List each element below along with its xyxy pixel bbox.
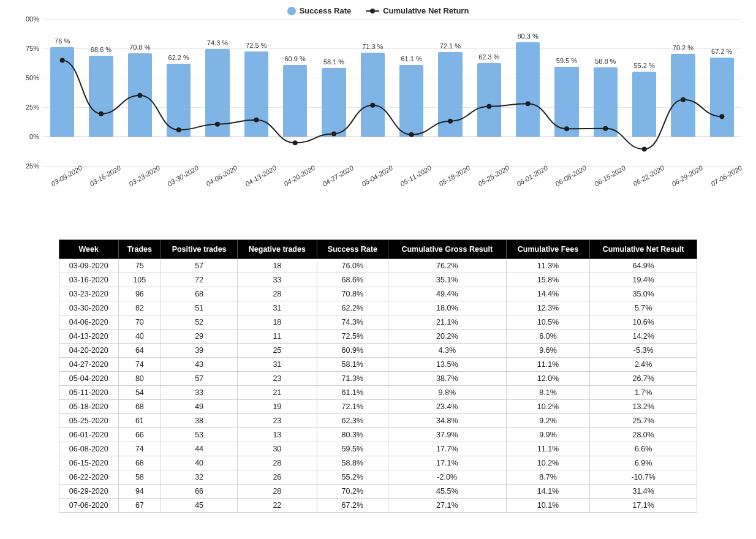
table-header-cell: Negative trades — [238, 240, 317, 259]
table-row: 04-06-202070521874.3%21.1%10.5%10.6% — [59, 315, 697, 330]
table-cell: 9.6% — [506, 344, 590, 358]
table-cell: 15.8% — [506, 273, 590, 287]
legend-swatch-bar-icon — [287, 7, 296, 15]
line-marker — [564, 126, 569, 131]
table-cell: 76.2% — [388, 259, 506, 273]
y-axis: 25%0%25%50%75%00% — [15, 19, 43, 166]
table-cell: 80 — [118, 372, 161, 386]
line-marker — [603, 126, 608, 131]
table-cell: 31 — [238, 358, 317, 372]
table-cell: 72.5% — [317, 330, 388, 344]
table-cell: 4.3% — [388, 344, 506, 358]
table-cell: 13 — [238, 428, 317, 442]
combo-chart: 25%0%25%50%75%00% 76 %68.6 %70.8 %62.2 %… — [15, 19, 741, 203]
table-cell: 58.1% — [317, 358, 388, 372]
y-tick-label: 50% — [15, 74, 39, 81]
table-cell: 03-30-2020 — [59, 301, 119, 315]
table-cell: 37.9% — [388, 428, 506, 442]
table-cell: 43 — [161, 358, 238, 372]
plot-area: 76 %68.6 %70.8 %62.2 %74.3 %72.5 %60.9 %… — [43, 19, 741, 166]
table-cell: 54 — [118, 386, 161, 400]
table-cell: 35.1% — [388, 273, 506, 287]
table-cell: 05-11-2020 — [59, 386, 119, 400]
table-cell: 17.1% — [590, 499, 697, 513]
table-cell: 49 — [161, 400, 238, 414]
line-marker — [719, 114, 724, 119]
table-cell: 105 — [118, 273, 161, 287]
table-cell: 57 — [161, 372, 238, 386]
table-row: 06-01-202066531380.3%37.9%9.9%28.0% — [59, 428, 697, 442]
legend-label-cumulative-net-return: Cumulative Net Return — [383, 6, 469, 15]
table-cell: 10.2% — [506, 400, 590, 414]
table-cell: 28 — [238, 456, 317, 470]
table-cell: 58.8% — [317, 456, 388, 470]
table-cell: 58 — [118, 470, 161, 484]
table-cell: 19 — [238, 400, 317, 414]
table-cell: 13.5% — [388, 358, 506, 372]
legend-item-cumulative-net-return: Cumulative Net Return — [366, 6, 469, 15]
y-tick-label: 0% — [15, 133, 39, 140]
table-cell: 55.2% — [317, 470, 388, 484]
table-cell: 18 — [238, 315, 317, 330]
table-cell: 40 — [161, 456, 238, 470]
table-cell: 04-06-2020 — [59, 315, 119, 330]
table-header-cell: Cumulative Fees — [506, 240, 590, 259]
table-cell: 49.4% — [388, 287, 506, 301]
table-cell: 5.7% — [590, 301, 697, 315]
table-cell: 74 — [118, 358, 161, 372]
table-cell: 67 — [118, 499, 161, 513]
chart-legend: Success Rate Cumulative Net Return — [10, 6, 746, 15]
table-cell: 64.9% — [590, 259, 697, 273]
table-cell: 8.1% — [506, 386, 590, 400]
line-marker — [526, 101, 531, 106]
table-cell: 11.1% — [506, 442, 590, 456]
table-cell: 07-06-2020 — [59, 499, 119, 513]
table-cell: 82 — [118, 301, 161, 315]
table-cell: 10.1% — [506, 499, 590, 513]
line-path — [62, 60, 722, 149]
table-cell: 94 — [118, 484, 161, 499]
table-header-row: WeekTradesPositive tradesNegative trades… — [59, 240, 697, 259]
table-cell: 31 — [238, 301, 317, 315]
table-cell: 04-27-2020 — [59, 358, 119, 372]
table-cell: 35.0% — [590, 287, 697, 301]
table-cell: 67.2% — [317, 499, 388, 513]
table-row: 04-20-202064392560.9%4.3%9.6%-5.3% — [59, 344, 697, 358]
table-cell: 9.8% — [388, 386, 506, 400]
table-cell: 74.3% — [317, 315, 388, 330]
table-header-cell: Trades — [118, 240, 161, 259]
line-marker — [254, 118, 259, 123]
line-marker — [331, 131, 336, 136]
table-row: 03-23-202096682870.8%49.4%14.4%35.0% — [59, 287, 697, 301]
table-cell: 26 — [238, 470, 317, 484]
table-cell: 6.6% — [590, 442, 697, 456]
table-cell: 21 — [238, 386, 317, 400]
y-tick-label: 25% — [15, 104, 39, 111]
table-cell: 80.3% — [317, 428, 388, 442]
table-cell: 06-01-2020 — [59, 428, 119, 442]
table-cell: 72.1% — [317, 400, 388, 414]
table-cell: 45 — [161, 499, 238, 513]
line-marker — [176, 127, 181, 132]
line-marker — [642, 147, 647, 152]
table-cell: 05-04-2020 — [59, 372, 119, 386]
table-row: 04-27-202074433158.1%13.5%11.1%2.4% — [59, 358, 697, 372]
table-cell: 68 — [118, 456, 161, 470]
table-cell: 6.9% — [590, 456, 697, 470]
table-cell: 53 — [161, 428, 238, 442]
line-marker — [448, 119, 453, 124]
line-marker — [681, 97, 686, 102]
table-row: 06-08-202074443059.5%17.7%11.1%6.6% — [59, 442, 697, 456]
table-cell: 19.4% — [590, 273, 697, 287]
table-cell: 39 — [161, 344, 238, 358]
table-cell: 1.7% — [590, 386, 697, 400]
table-cell: 11.1% — [506, 358, 590, 372]
table-cell: 06-29-2020 — [59, 484, 119, 499]
table-cell: 11.3% — [506, 259, 590, 273]
table-cell: 14.1% — [506, 484, 590, 499]
x-axis: 03-09-202003-16-202003-23-202003-30-2020… — [43, 168, 741, 181]
table-cell: 2.4% — [590, 358, 697, 372]
y-tick-label: 25% — [15, 162, 39, 170]
table-cell: 29 — [161, 330, 238, 344]
table-cell: 23 — [238, 414, 317, 428]
